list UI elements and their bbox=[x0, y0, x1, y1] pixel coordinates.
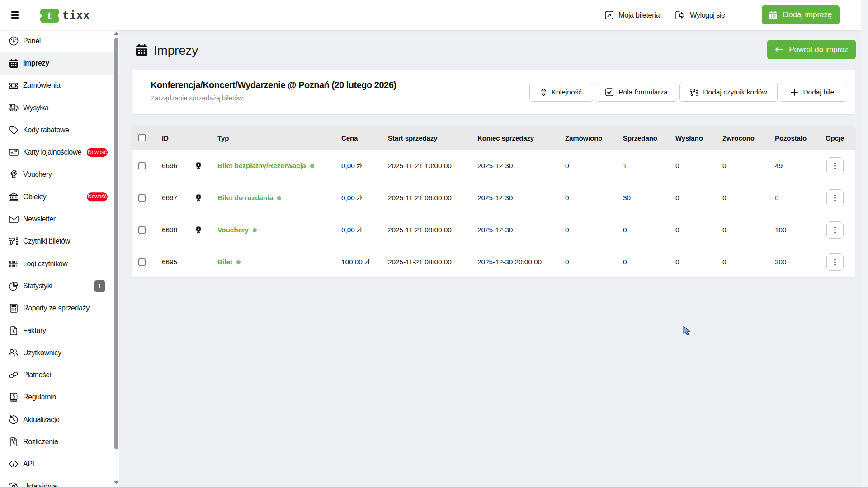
svg-text:$: $ bbox=[13, 329, 15, 334]
svg-text:§: § bbox=[12, 394, 15, 399]
svg-text:$: $ bbox=[13, 441, 15, 445]
svg-text:t: t bbox=[47, 11, 53, 23]
